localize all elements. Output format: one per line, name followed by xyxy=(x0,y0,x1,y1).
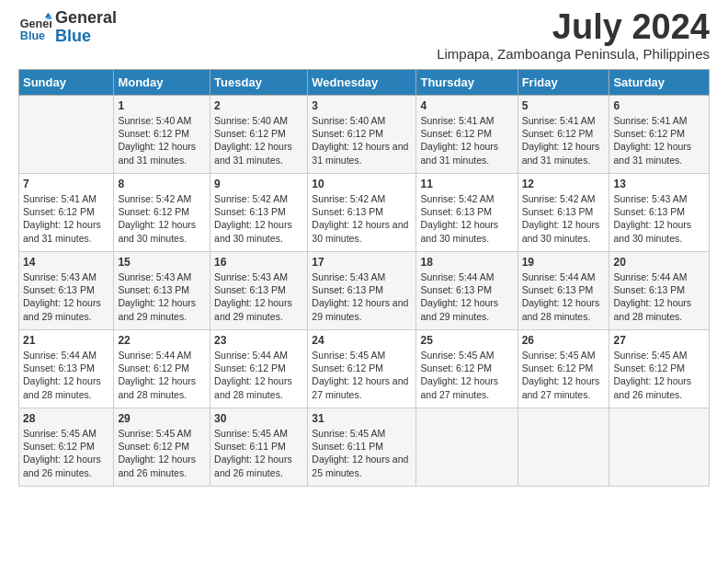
day-detail: Sunrise: 5:43 AM Sunset: 6:13 PM Dayligh… xyxy=(214,270,303,323)
day-number: 6 xyxy=(613,99,705,112)
day-number: 17 xyxy=(312,256,412,269)
calendar-cell: 3Sunrise: 5:40 AM Sunset: 6:12 PM Daylig… xyxy=(308,96,416,174)
header-friday: Friday xyxy=(518,70,609,96)
day-detail: Sunrise: 5:40 AM Sunset: 6:12 PM Dayligh… xyxy=(214,114,303,167)
calendar-cell: 23Sunrise: 5:44 AM Sunset: 6:12 PM Dayli… xyxy=(210,330,308,408)
day-number: 21 xyxy=(23,334,109,347)
calendar-cell: 11Sunrise: 5:42 AM Sunset: 6:13 PM Dayli… xyxy=(416,174,518,252)
calendar-table: Sunday Monday Tuesday Wednesday Thursday… xyxy=(18,69,710,487)
day-number: 26 xyxy=(522,334,606,347)
day-detail: Sunrise: 5:45 AM Sunset: 6:12 PM Dayligh… xyxy=(118,427,206,479)
title-block: July 2024 Limpapa, Zamboanga Peninsula, … xyxy=(437,9,710,62)
day-number: 12 xyxy=(522,178,606,190)
day-number: 5 xyxy=(522,99,606,112)
logo-text: General Blue xyxy=(55,9,117,46)
calendar-cell: 13Sunrise: 5:43 AM Sunset: 6:13 PM Dayli… xyxy=(609,174,710,252)
day-number: 2 xyxy=(214,99,303,112)
calendar-cell: 19Sunrise: 5:44 AM Sunset: 6:13 PM Dayli… xyxy=(518,252,609,330)
calendar-cell: 5Sunrise: 5:41 AM Sunset: 6:12 PM Daylig… xyxy=(518,96,609,174)
calendar-cell: 16Sunrise: 5:43 AM Sunset: 6:13 PM Dayli… xyxy=(210,252,308,330)
day-detail: Sunrise: 5:41 AM Sunset: 6:12 PM Dayligh… xyxy=(420,114,513,167)
calendar-cell: 31Sunrise: 5:45 AM Sunset: 6:11 PM Dayli… xyxy=(308,408,416,487)
calendar-cell: 25Sunrise: 5:45 AM Sunset: 6:12 PM Dayli… xyxy=(416,330,518,408)
day-number: 4 xyxy=(420,99,513,112)
day-number: 3 xyxy=(312,99,412,112)
day-detail: Sunrise: 5:44 AM Sunset: 6:12 PM Dayligh… xyxy=(214,349,303,401)
logo-icon: General Blue xyxy=(18,11,51,44)
day-number: 18 xyxy=(420,256,513,269)
day-detail: Sunrise: 5:45 AM Sunset: 6:12 PM Dayligh… xyxy=(420,349,513,401)
day-detail: Sunrise: 5:43 AM Sunset: 6:13 PM Dayligh… xyxy=(23,270,109,323)
day-detail: Sunrise: 5:40 AM Sunset: 6:12 PM Dayligh… xyxy=(118,114,206,167)
header-monday: Monday xyxy=(114,70,210,96)
calendar-week-row: 28Sunrise: 5:45 AM Sunset: 6:12 PM Dayli… xyxy=(19,408,710,487)
day-detail: Sunrise: 5:45 AM Sunset: 6:12 PM Dayligh… xyxy=(23,427,109,479)
day-number: 7 xyxy=(23,178,109,190)
day-number: 16 xyxy=(214,256,303,269)
day-number: 14 xyxy=(23,256,109,269)
day-detail: Sunrise: 5:45 AM Sunset: 6:12 PM Dayligh… xyxy=(312,349,412,401)
calendar-cell: 29Sunrise: 5:45 AM Sunset: 6:12 PM Dayli… xyxy=(114,408,210,487)
day-detail: Sunrise: 5:44 AM Sunset: 6:13 PM Dayligh… xyxy=(420,270,513,323)
calendar-cell: 15Sunrise: 5:43 AM Sunset: 6:13 PM Dayli… xyxy=(114,252,210,330)
day-number: 29 xyxy=(118,412,206,425)
header-thursday: Thursday xyxy=(416,70,518,96)
day-number: 31 xyxy=(312,412,412,425)
calendar-week-row: 7Sunrise: 5:41 AM Sunset: 6:12 PM Daylig… xyxy=(19,174,710,252)
day-number: 19 xyxy=(522,256,606,269)
day-number: 28 xyxy=(23,412,109,425)
header-sunday: Sunday xyxy=(19,70,114,96)
day-detail: Sunrise: 5:44 AM Sunset: 6:13 PM Dayligh… xyxy=(613,270,705,323)
day-detail: Sunrise: 5:42 AM Sunset: 6:13 PM Dayligh… xyxy=(522,192,606,245)
day-number: 30 xyxy=(214,412,303,425)
day-detail: Sunrise: 5:44 AM Sunset: 6:13 PM Dayligh… xyxy=(23,349,109,401)
calendar-cell: 24Sunrise: 5:45 AM Sunset: 6:12 PM Dayli… xyxy=(308,330,416,408)
calendar-cell: 14Sunrise: 5:43 AM Sunset: 6:13 PM Dayli… xyxy=(19,252,114,330)
day-number: 24 xyxy=(312,334,412,347)
calendar-cell: 22Sunrise: 5:44 AM Sunset: 6:12 PM Dayli… xyxy=(114,330,210,408)
calendar-cell: 30Sunrise: 5:45 AM Sunset: 6:11 PM Dayli… xyxy=(210,408,308,487)
calendar-cell: 4Sunrise: 5:41 AM Sunset: 6:12 PM Daylig… xyxy=(416,96,518,174)
calendar-cell: 18Sunrise: 5:44 AM Sunset: 6:13 PM Dayli… xyxy=(416,252,518,330)
day-detail: Sunrise: 5:45 AM Sunset: 6:12 PM Dayligh… xyxy=(522,349,606,401)
calendar-cell xyxy=(609,408,710,487)
logo: General Blue General Blue xyxy=(18,9,117,46)
day-detail: Sunrise: 5:45 AM Sunset: 6:11 PM Dayligh… xyxy=(312,427,412,479)
day-detail: Sunrise: 5:44 AM Sunset: 6:12 PM Dayligh… xyxy=(118,349,206,401)
day-number: 22 xyxy=(118,334,206,347)
day-number: 27 xyxy=(613,334,705,347)
calendar-cell: 27Sunrise: 5:45 AM Sunset: 6:12 PM Dayli… xyxy=(609,330,710,408)
calendar-cell: 1Sunrise: 5:40 AM Sunset: 6:12 PM Daylig… xyxy=(114,96,210,174)
day-detail: Sunrise: 5:43 AM Sunset: 6:13 PM Dayligh… xyxy=(613,192,705,245)
day-number: 15 xyxy=(118,256,206,269)
day-detail: Sunrise: 5:42 AM Sunset: 6:13 PM Dayligh… xyxy=(312,192,412,245)
calendar-header-row: Sunday Monday Tuesday Wednesday Thursday… xyxy=(19,70,710,96)
calendar-cell: 26Sunrise: 5:45 AM Sunset: 6:12 PM Dayli… xyxy=(518,330,609,408)
header-wednesday: Wednesday xyxy=(308,70,416,96)
calendar-cell: 28Sunrise: 5:45 AM Sunset: 6:12 PM Dayli… xyxy=(19,408,114,487)
calendar-cell: 21Sunrise: 5:44 AM Sunset: 6:13 PM Dayli… xyxy=(19,330,114,408)
day-detail: Sunrise: 5:42 AM Sunset: 6:13 PM Dayligh… xyxy=(214,192,303,245)
calendar-cell: 6Sunrise: 5:41 AM Sunset: 6:12 PM Daylig… xyxy=(609,96,710,174)
day-number: 13 xyxy=(613,178,705,190)
calendar-cell: 9Sunrise: 5:42 AM Sunset: 6:13 PM Daylig… xyxy=(210,174,308,252)
day-detail: Sunrise: 5:42 AM Sunset: 6:12 PM Dayligh… xyxy=(118,192,206,245)
calendar-cell: 8Sunrise: 5:42 AM Sunset: 6:12 PM Daylig… xyxy=(114,174,210,252)
day-detail: Sunrise: 5:41 AM Sunset: 6:12 PM Dayligh… xyxy=(522,114,606,167)
calendar-cell: 12Sunrise: 5:42 AM Sunset: 6:13 PM Dayli… xyxy=(518,174,609,252)
day-detail: Sunrise: 5:45 AM Sunset: 6:12 PM Dayligh… xyxy=(613,349,705,401)
day-detail: Sunrise: 5:41 AM Sunset: 6:12 PM Dayligh… xyxy=(23,192,109,245)
calendar-cell xyxy=(19,96,114,174)
calendar-cell: 10Sunrise: 5:42 AM Sunset: 6:13 PM Dayli… xyxy=(308,174,416,252)
calendar-week-row: 1Sunrise: 5:40 AM Sunset: 6:12 PM Daylig… xyxy=(19,96,710,174)
day-detail: Sunrise: 5:40 AM Sunset: 6:12 PM Dayligh… xyxy=(312,114,412,167)
day-number: 9 xyxy=(214,178,303,190)
day-number: 25 xyxy=(420,334,513,347)
day-number: 20 xyxy=(613,256,705,269)
header-saturday: Saturday xyxy=(609,70,710,96)
day-number: 1 xyxy=(118,99,206,112)
subtitle: Limpapa, Zamboanga Peninsula, Philippine… xyxy=(437,46,710,62)
svg-text:Blue: Blue xyxy=(20,29,45,41)
day-number: 11 xyxy=(420,178,513,190)
calendar-cell xyxy=(416,408,518,487)
